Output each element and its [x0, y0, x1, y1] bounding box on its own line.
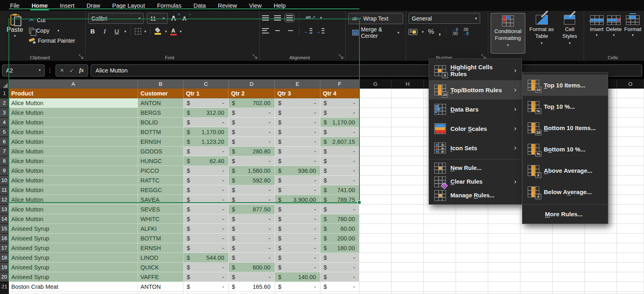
format-cells-button[interactable]: Format ▾: [624, 13, 642, 54]
cell[interactable]: [488, 224, 520, 234]
cell[interactable]: [392, 243, 424, 253]
row-header[interactable]: 19: [0, 263, 9, 272]
cell[interactable]: [456, 263, 488, 272]
cell[interactable]: [392, 195, 424, 205]
cell[interactable]: $-: [320, 108, 359, 118]
number-format-combobox[interactable]: General ▾: [409, 13, 480, 24]
chevron-down-icon[interactable]: ▾: [422, 30, 424, 34]
cell[interactable]: [553, 282, 585, 292]
cell[interactable]: $-: [229, 214, 275, 224]
cell-product[interactable]: Alice Mutton: [9, 214, 138, 224]
cell[interactable]: $-: [184, 98, 229, 108]
cell-product[interactable]: Aniseed Syrup: [9, 253, 138, 263]
cell[interactable]: [585, 282, 617, 292]
cell[interactable]: $-: [229, 272, 275, 282]
menu-item-icon-sets[interactable]: Icon Sets›: [429, 138, 522, 157]
menu-item-color-scales[interactable]: Color Scales›: [429, 119, 522, 138]
row-header[interactable]: 12: [0, 195, 9, 205]
cell[interactable]: [553, 234, 585, 243]
cell[interactable]: [520, 253, 553, 263]
cell-customer[interactable]: SAVEA: [138, 195, 184, 205]
align-bottom-button[interactable]: [286, 15, 293, 21]
decrease-indent-button[interactable]: [305, 28, 312, 33]
cell-customer[interactable]: SEVES: [138, 205, 184, 214]
row-header[interactable]: 4: [0, 118, 9, 127]
menu-item-top-10-items[interactable]: ↑10Top 10 Items...: [522, 75, 608, 96]
header-cell[interactable]: Qtr 3: [275, 89, 320, 98]
dialog-launcher-icon[interactable]: [79, 54, 84, 59]
cell[interactable]: $-: [229, 224, 275, 234]
row-header[interactable]: 9: [0, 166, 9, 176]
chevron-down-icon[interactable]: ▾: [165, 30, 167, 33]
cell[interactable]: [520, 292, 553, 294]
cell[interactable]: $-: [275, 176, 320, 185]
cell[interactable]: $-: [229, 195, 275, 205]
cell[interactable]: $62.40: [184, 156, 229, 166]
cell-customer[interactable]: QUICK: [138, 263, 184, 272]
align-middle-button[interactable]: [274, 15, 281, 21]
enter-button[interactable]: ✓: [69, 67, 74, 74]
cell-product[interactable]: Aniseed Syrup: [9, 263, 138, 272]
cell[interactable]: $-: [320, 156, 359, 166]
row-header[interactable]: 6: [0, 137, 9, 147]
decrease-font-size-button[interactable]: Aˇ: [182, 15, 190, 22]
column-header-h[interactable]: H: [392, 79, 424, 89]
cell[interactable]: $-: [229, 243, 275, 253]
cell[interactable]: [488, 234, 520, 243]
cell[interactable]: $-: [184, 214, 229, 224]
cell-customer[interactable]: ERNSH: [138, 243, 184, 253]
cell[interactable]: [392, 214, 424, 224]
cell[interactable]: $2,607.15: [320, 137, 359, 147]
cell[interactable]: $-: [320, 205, 359, 214]
cell[interactable]: $-: [275, 127, 320, 137]
increase-decimal-button[interactable]: ←0.00: [452, 28, 458, 36]
cell[interactable]: [553, 292, 585, 294]
cell[interactable]: [392, 234, 424, 243]
cell[interactable]: [392, 263, 424, 272]
cell[interactable]: $-: [320, 127, 359, 137]
cell[interactable]: [617, 282, 644, 292]
cell[interactable]: [392, 224, 424, 234]
cell[interactable]: [456, 224, 488, 234]
cell[interactable]: $544.00: [184, 253, 229, 263]
cell-customer[interactable]: GODOS: [138, 147, 184, 156]
cell[interactable]: [617, 156, 644, 166]
row-header[interactable]: 15: [0, 224, 9, 234]
cell[interactable]: [617, 137, 644, 147]
align-left-button[interactable]: [262, 28, 269, 33]
cell[interactable]: [617, 89, 644, 98]
select-all-corner[interactable]: [0, 79, 9, 89]
orientation-button[interactable]: ab: [305, 15, 315, 21]
column-header-o[interactable]: O: [617, 79, 644, 89]
cell[interactable]: [456, 234, 488, 243]
cell[interactable]: $702.00: [229, 98, 275, 108]
cell-customer[interactable]: RATTC: [138, 176, 184, 185]
ribbon-tab-file[interactable]: File: [4, 0, 25, 11]
cell[interactable]: [275, 292, 320, 294]
cell[interactable]: [585, 224, 617, 234]
menu-item-below-average[interactable]: ↓xBelow Average...: [522, 181, 608, 203]
cell-customer[interactable]: BOLID: [138, 118, 184, 127]
cell[interactable]: [359, 272, 392, 282]
cell[interactable]: $1,170.00: [184, 127, 229, 137]
header-cell[interactable]: Customer: [138, 89, 184, 98]
row-header[interactable]: 13: [0, 205, 9, 214]
cell[interactable]: [617, 263, 644, 272]
cell[interactable]: $200.00: [320, 234, 359, 243]
cell[interactable]: [424, 224, 456, 234]
cell[interactable]: [359, 253, 392, 263]
row-header[interactable]: 2: [0, 98, 9, 108]
cell[interactable]: [392, 98, 424, 108]
cell[interactable]: $1,560.00: [229, 166, 275, 176]
cell[interactable]: $312.00: [184, 108, 229, 118]
row-header[interactable]: 18: [0, 253, 9, 263]
row-header[interactable]: 11: [0, 185, 9, 195]
cancel-button[interactable]: ×: [60, 66, 64, 75]
column-header-d[interactable]: D: [229, 79, 275, 89]
cell[interactable]: [488, 292, 520, 294]
cell[interactable]: $180.00: [320, 243, 359, 253]
cell-product[interactable]: Alice Mutton: [9, 118, 138, 127]
cell[interactable]: [617, 234, 644, 243]
row-header[interactable]: [0, 292, 9, 294]
menu-item-data-bars[interactable]: Data Bars›: [429, 99, 522, 119]
